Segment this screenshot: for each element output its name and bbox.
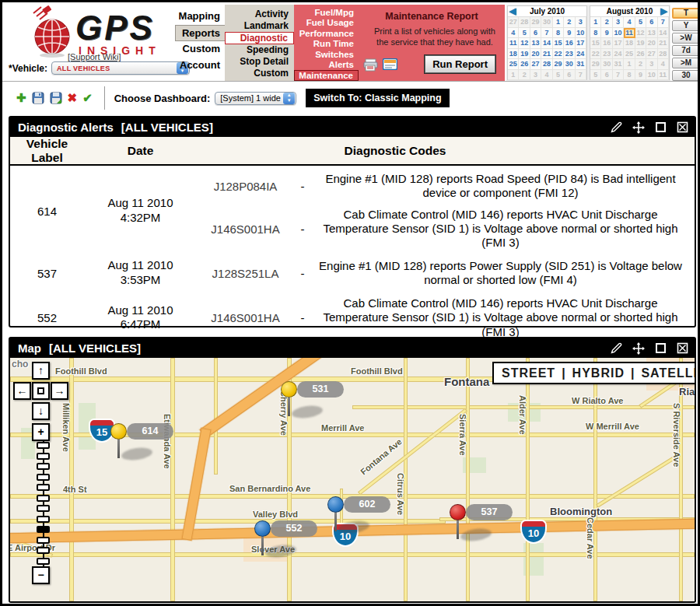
report-type-stop-detail[interactable]: Stop Detail [225, 56, 294, 68]
calendar-day[interactable]: 27 [508, 17, 519, 28]
calendar-day[interactable]: 27 [646, 49, 657, 60]
calendar-day[interactable]: 20 [530, 49, 541, 60]
report-subtype-switches[interactable]: Switches [294, 50, 359, 60]
zoom-level-tick[interactable] [37, 442, 50, 449]
close-icon[interactable] [677, 121, 688, 133]
view-mode-hybrid[interactable]: HYBRID [572, 366, 625, 380]
calendar-day[interactable]: 10 [646, 70, 657, 81]
report-type-diagnostic[interactable]: Diagnostic [225, 32, 294, 44]
calendar-day[interactable]: 2 [564, 17, 575, 28]
calendar-day[interactable]: 24 [576, 49, 586, 60]
report-type-landmark[interactable]: Landmark [225, 20, 294, 32]
calendar-day[interactable]: 4 [508, 28, 519, 39]
calendar-day[interactable]: 26 [519, 59, 530, 70]
calendar-day[interactable]: 28 [541, 59, 552, 70]
calendar-day[interactable]: 23 [564, 49, 575, 60]
maximize-icon[interactable] [655, 342, 667, 354]
calendar-day[interactable]: 31 [613, 59, 624, 70]
report-subtype-fuel-usage[interactable]: Fuel Usage [294, 18, 359, 28]
calendar-day[interactable]: 6 [564, 70, 575, 81]
support-wiki-link[interactable]: [Support Wiki] [68, 52, 121, 61]
calendar-day[interactable]: 19 [519, 49, 530, 60]
calendar-day[interactable]: 28 [658, 49, 669, 60]
pan-up-button[interactable]: ↑ [32, 362, 50, 380]
calendar-day[interactable]: 14 [541, 38, 552, 49]
quick-range-30[interactable]: 30 [672, 70, 700, 81]
calendar-day[interactable]: 26 [635, 49, 646, 60]
zoom-level-tick[interactable] [37, 537, 50, 544]
calendar-day[interactable]: 20 [646, 38, 657, 49]
calendar-day[interactable]: 27 [530, 59, 541, 70]
zoom-level-current[interactable] [37, 526, 50, 533]
zoom-level-tick[interactable] [37, 547, 50, 554]
calendar-day[interactable]: 6 [530, 28, 541, 39]
calendar-day[interactable]: 17 [613, 38, 624, 49]
calendar-day[interactable]: 2 [635, 59, 646, 70]
view-mode-satellite[interactable]: SATELLITE [641, 366, 695, 380]
move-icon[interactable] [632, 121, 645, 134]
calendar-day[interactable]: 7 [658, 17, 669, 28]
calendar-day[interactable]: 1 [590, 17, 601, 28]
pan-center-button[interactable] [32, 382, 50, 400]
calendar-day[interactable]: 24 [613, 49, 624, 60]
calendar-day[interactable]: 12 [519, 38, 530, 49]
calendar-day[interactable]: 4 [541, 70, 552, 81]
edit-icon[interactable] [611, 121, 622, 133]
calendar-day[interactable]: 3 [576, 17, 586, 28]
move-icon[interactable] [632, 342, 645, 355]
pan-left-button[interactable]: ← [13, 382, 31, 400]
calendar-day[interactable]: 29 [553, 59, 564, 70]
calendar-day[interactable]: 7 [613, 70, 624, 81]
save-icon[interactable] [32, 92, 44, 104]
report-subtype-fuel-mpg[interactable]: Fuel/Mpg [294, 8, 359, 18]
quick-range-7d[interactable]: 7d [672, 45, 700, 56]
report-subtype-maintenance[interactable]: Maintenance [294, 70, 359, 81]
calendar-day[interactable]: 10 [576, 28, 586, 39]
report-type-speeding[interactable]: Speeding [225, 44, 294, 56]
calendar-day[interactable]: 9 [601, 28, 612, 39]
calendar-day[interactable]: 7 [541, 28, 552, 39]
calendar-day[interactable]: 5 [635, 17, 646, 28]
calendar-day[interactable]: 9 [635, 70, 646, 81]
view-mode-street[interactable]: STREET [502, 366, 555, 380]
calendar-day[interactable]: 21 [658, 38, 669, 49]
calendar-day[interactable]: 25 [508, 59, 519, 70]
marker-head[interactable] [281, 381, 297, 398]
calendar-day[interactable]: 15 [553, 38, 564, 49]
confirm-icon[interactable]: ✔ [82, 91, 93, 105]
map-canvas[interactable]: Foothill BlvdFoothill BlvdFoothill BlvdW… [10, 358, 695, 601]
zoom-level-tick[interactable] [37, 516, 50, 523]
calendar-day[interactable]: 18 [624, 38, 635, 49]
calendar-day[interactable]: 16 [601, 38, 612, 49]
calendar-day[interactable]: 30 [564, 59, 575, 70]
calendar-next-icon[interactable]: ▶ [661, 6, 667, 16]
calendar-day[interactable]: 9 [564, 28, 575, 39]
quick-range-next-w[interactable]: >W [672, 33, 700, 44]
quick-range-next-m[interactable]: >M [672, 58, 700, 68]
calendar-day-selected[interactable]: 11 [624, 28, 635, 39]
calendar-day[interactable]: 25 [624, 49, 635, 60]
calendar-day[interactable]: 1 [624, 59, 635, 70]
calendar-day[interactable]: 30 [601, 59, 612, 70]
nav-item-account[interactable]: Account [175, 58, 225, 74]
calendar-day[interactable]: 28 [519, 17, 530, 28]
calendar-day[interactable]: 15 [590, 38, 601, 49]
calendar-day[interactable]: 16 [564, 38, 575, 49]
calendar-day[interactable]: 1 [508, 70, 519, 81]
nav-item-reports[interactable]: Reports [175, 25, 225, 41]
calendar-day[interactable]: 3 [613, 17, 624, 28]
report-type-activity[interactable]: Activity [225, 9, 294, 20]
calendar-day[interactable]: 30 [541, 17, 552, 28]
calendar-day[interactable]: 22 [553, 49, 564, 60]
add-icon[interactable]: ✚ [16, 91, 26, 105]
calendar-day[interactable]: 1 [553, 17, 564, 28]
run-report-button[interactable]: Run Report [425, 55, 495, 73]
calendar-day[interactable]: 13 [646, 28, 657, 39]
calendar-day[interactable]: 3 [530, 70, 541, 81]
marker-head[interactable] [110, 423, 127, 440]
calendar-day[interactable]: 3 [646, 59, 657, 70]
calendar-day[interactable]: 8 [624, 70, 635, 81]
zoom-level-tick[interactable] [37, 495, 50, 502]
report-subtype-alerts[interactable]: Alerts [294, 60, 359, 70]
pan-down-button[interactable]: ↓ [32, 402, 50, 420]
